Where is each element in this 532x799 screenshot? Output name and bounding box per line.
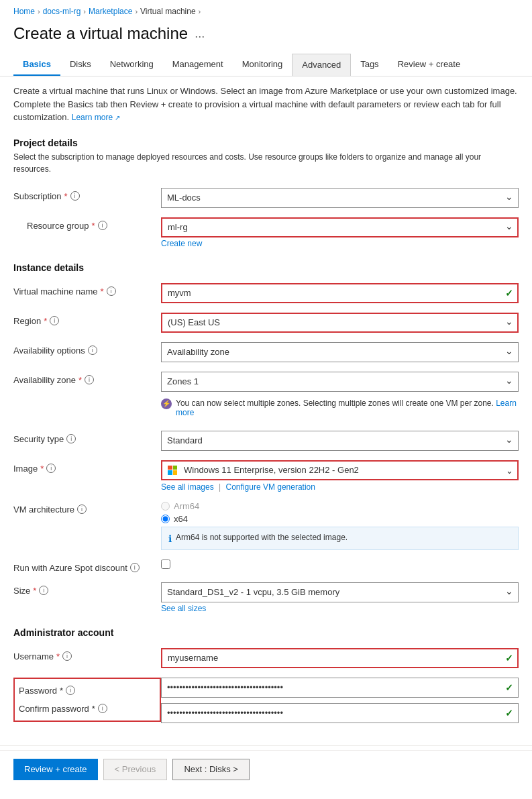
configure-vm-gen-link[interactable]: Configure VM generation	[226, 482, 315, 492]
resource-group-row: Resource group * i ml-rg Create new	[13, 213, 519, 253]
size-row: Size * i Standard_DS1_v2 - 1 vcpu, 3.5 G…	[13, 578, 519, 618]
tabs: Basics Disks Networking Management Monit…	[0, 54, 532, 76]
size-select[interactable]: Standard_DS1_v2 - 1 vcpu, 3.5 GiB memory	[161, 582, 519, 602]
subscription-select-wrapper: ML-docs	[161, 188, 519, 208]
next-button[interactable]: Next : Disks >	[172, 759, 250, 780]
windows-icon	[168, 466, 177, 475]
project-details-section: Project details Select the subscription …	[0, 132, 532, 183]
vm-name-row: Virtual machine name * i ✓	[13, 278, 519, 308]
image-select-display[interactable]: Windows 11 Enterprise, version 22H2 - Ge…	[161, 460, 519, 480]
arch-x64-radio[interactable]	[161, 515, 170, 523]
availability-options-select[interactable]: Availability zone	[161, 342, 519, 362]
vm-name-info-icon[interactable]: i	[107, 286, 116, 296]
availability-zone-select-wrapper: Zones 1	[161, 372, 519, 392]
vm-arch-info-icon[interactable]: i	[77, 504, 87, 514]
availability-zone-select[interactable]: Zones 1	[161, 372, 519, 392]
arch-info-icon: ℹ	[168, 533, 172, 544]
username-label: Username * i	[13, 648, 161, 661]
size-control: Standard_DS1_v2 - 1 vcpu, 3.5 GiB memory…	[161, 582, 519, 613]
region-info-icon[interactable]: i	[50, 316, 59, 325]
tab-disks[interactable]: Disks	[60, 54, 101, 76]
subscription-select[interactable]: ML-docs	[161, 188, 519, 208]
image-see-links: See all images | Configure VM generation	[161, 482, 519, 492]
spot-info-icon[interactable]: i	[130, 563, 140, 572]
vm-name-input-wrapper: ✓	[161, 283, 519, 303]
page-title-row: Create a virtual machine ...	[0, 19, 532, 54]
username-input[interactable]	[161, 648, 519, 668]
image-select-wrapper: Windows 11 Enterprise, version 22H2 - Ge…	[161, 460, 519, 480]
username-info-icon[interactable]: i	[62, 651, 72, 661]
page-title: Create a virtual machine	[13, 24, 188, 43]
breadcrumb-home[interactable]: Home	[13, 7, 35, 16]
avail-options-info-icon[interactable]: i	[88, 345, 97, 355]
arch-arm64-radio[interactable]	[161, 502, 170, 511]
confirm-password-required: *	[92, 704, 95, 714]
tab-basics[interactable]: Basics	[13, 54, 60, 76]
confirm-password-input[interactable]	[161, 703, 519, 723]
security-type-select[interactable]: Standard	[161, 431, 519, 451]
password-input[interactable]	[161, 678, 519, 698]
tab-networking[interactable]: Networking	[101, 54, 163, 76]
breadcrumb-marketplace[interactable]: Marketplace	[89, 7, 132, 16]
rg-info-icon[interactable]: i	[98, 221, 107, 230]
security-type-info-icon[interactable]: i	[66, 434, 76, 443]
create-new-rg-link[interactable]: Create new	[161, 239, 519, 248]
spot-checkbox[interactable]	[161, 560, 170, 569]
project-details-form: Subscription * i ML-docs Resource group …	[0, 183, 532, 253]
region-label: Region * i	[13, 313, 161, 326]
size-info-icon[interactable]: i	[39, 586, 48, 595]
password-required: *	[60, 686, 63, 696]
arch-x64-option[interactable]: x64	[161, 514, 519, 524]
region-select[interactable]: (US) East US	[161, 313, 519, 333]
tab-advanced[interactable]: Advanced	[292, 54, 351, 76]
breadcrumb: Home › docs-ml-rg › Marketplace › Virtua…	[0, 0, 532, 19]
username-check-icon: ✓	[505, 653, 513, 663]
username-input-wrapper: ✓	[161, 648, 519, 668]
resource-group-select[interactable]: ml-rg	[161, 217, 519, 237]
image-info-icon[interactable]: i	[46, 464, 56, 473]
previous-button[interactable]: < Previous	[103, 759, 168, 780]
page-more-button[interactable]: ...	[195, 27, 205, 41]
review-create-button[interactable]: Review + create	[13, 759, 98, 780]
spot-label: Run with Azure Spot discount i	[13, 560, 161, 573]
instance-details-form: Virtual machine name * i ✓ Region * i	[0, 278, 532, 618]
learn-more-link-desc[interactable]: Learn more	[72, 113, 120, 122]
password-label-box: Password * i Confirm password * i	[13, 678, 161, 722]
spot-row: Run with Azure Spot discount i	[13, 555, 519, 578]
vm-name-check-icon: ✓	[505, 288, 513, 299]
size-select-wrapper: Standard_DS1_v2 - 1 vcpu, 3.5 GiB memory	[161, 582, 519, 602]
tab-tags[interactable]: Tags	[351, 54, 388, 76]
subscription-label: Subscription * i	[13, 188, 161, 201]
spot-checkbox-wrapper	[161, 560, 519, 569]
instance-details-section: Instance details	[0, 257, 532, 278]
breadcrumb-sep3: ›	[135, 7, 138, 15]
admin-account-section: Administrator account	[0, 622, 532, 643]
project-details-desc: Select the subscription to manage deploy…	[13, 151, 519, 175]
pipe-sep: |	[219, 482, 221, 492]
password-info-icon[interactable]: i	[66, 686, 75, 695]
vm-name-input[interactable]	[161, 283, 519, 303]
tab-review-create[interactable]: Review + create	[388, 54, 470, 76]
image-dropdown-arrow: ⌄	[506, 465, 513, 475]
arch-arm64-label: Arm64	[174, 501, 199, 511]
tab-monitoring[interactable]: Monitoring	[233, 54, 292, 76]
region-required: *	[44, 316, 47, 326]
az-required: *	[78, 375, 82, 385]
confirm-password-input-wrapper: ✓	[161, 703, 519, 723]
admin-account-title: Administrator account	[13, 627, 519, 638]
breadcrumb-sep4: ›	[199, 7, 201, 15]
size-label: Size * i	[13, 582, 161, 596]
confirm-password-check-icon: ✓	[505, 708, 513, 718]
resource-group-label: Resource group * i	[13, 217, 161, 231]
confirm-password-info-icon[interactable]: i	[98, 704, 107, 713]
arch-x64-label: x64	[174, 514, 188, 524]
see-all-sizes-link[interactable]: See all sizes	[161, 604, 519, 613]
breadcrumb-rg[interactable]: docs-ml-rg	[43, 7, 81, 16]
availability-options-row: Availability options i Availability zone	[13, 337, 519, 367]
zones-icon: ⚡	[161, 398, 172, 409]
see-all-images-link[interactable]: See all images	[161, 482, 214, 492]
tab-management[interactable]: Management	[163, 54, 233, 76]
arch-arm64-option[interactable]: Arm64	[161, 501, 519, 511]
az-info-icon[interactable]: i	[85, 375, 94, 384]
subscription-info-icon[interactable]: i	[70, 191, 80, 201]
